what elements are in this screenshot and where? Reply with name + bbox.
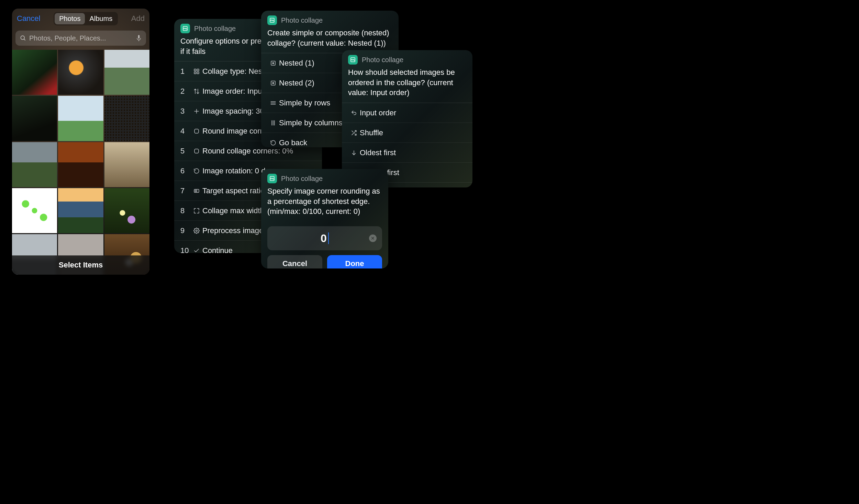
gear-icon — [191, 228, 202, 234]
plus-icon — [191, 108, 202, 114]
updown-icon — [191, 88, 202, 94]
row-number: 10 — [180, 246, 191, 253]
order-option-row[interactable]: Input order — [342, 103, 472, 123]
clear-input-icon[interactable]: ✕ — [369, 234, 377, 242]
microphone-icon[interactable] — [136, 34, 142, 42]
app-name-label: Photo collage — [281, 16, 323, 24]
rounding-value: 0 — [321, 232, 327, 245]
corner-rounding-panel: Photo collage Specify image corner round… — [261, 169, 388, 268]
svg-rect-14 — [195, 190, 197, 192]
row-label: Oldest first — [360, 148, 466, 157]
rounded-icon — [191, 128, 202, 134]
row-number: 9 — [180, 226, 191, 235]
cancel-button[interactable]: Cancel — [267, 255, 322, 268]
photo-thumb[interactable] — [104, 96, 149, 141]
shuffle-icon — [348, 130, 360, 136]
panel-prompt: Create simple or composite (nested) coll… — [261, 28, 399, 53]
photo-thumb[interactable] — [104, 188, 149, 233]
search-placeholder: Photos, People, Places... — [29, 34, 136, 42]
undo-icon — [348, 110, 360, 116]
svg-line-1 — [24, 39, 25, 41]
square-sel-icon — [267, 80, 279, 86]
square-sel-icon — [267, 60, 279, 66]
svg-rect-12 — [194, 149, 199, 153]
row-number: 5 — [180, 147, 191, 156]
photo-grid — [12, 50, 149, 275]
panel-prompt: Specify image corner rounding as a perce… — [261, 186, 388, 221]
photo-thumb[interactable] — [104, 142, 149, 187]
photo-thumb[interactable] — [12, 188, 57, 233]
app-name-label: Photo collage — [362, 56, 403, 64]
photo-thumb[interactable] — [58, 142, 103, 187]
cols-icon — [267, 120, 279, 126]
grid-icon — [191, 68, 202, 75]
row-number: 1 — [180, 67, 191, 76]
order-option-row[interactable]: Shuffle — [342, 123, 472, 142]
search-field[interactable]: Photos, People, Places... — [15, 31, 146, 46]
back-icon — [267, 140, 279, 146]
app-icon — [348, 55, 358, 65]
image-order-panel: Photo collage How should selected images… — [342, 50, 472, 187]
panel-title-row: Photo collage — [261, 169, 388, 186]
cancel-button[interactable]: Cancel — [17, 14, 40, 23]
row-label: Shuffle — [360, 128, 466, 137]
picker-header: Cancel Photos Albums Add — [12, 9, 149, 28]
app-name-label: Photo collage — [281, 175, 323, 183]
photo-thumb[interactable] — [104, 50, 149, 95]
panel-prompt: How should selected images be ordered in… — [342, 67, 472, 103]
photo-thumb[interactable] — [12, 142, 57, 187]
rotate-icon — [191, 168, 202, 174]
order-option-row[interactable]: Oldest first — [342, 142, 472, 162]
rounded-icon — [191, 148, 202, 154]
photo-picker: Cancel Photos Albums Add Photos, People,… — [12, 9, 149, 275]
svg-rect-5 — [194, 69, 196, 71]
svg-rect-11 — [194, 129, 199, 133]
photo-thumb[interactable] — [12, 50, 57, 95]
segmented-control: Photos Albums — [54, 12, 118, 25]
photo-thumb[interactable] — [12, 96, 57, 141]
svg-point-0 — [21, 36, 24, 39]
row-number: 3 — [180, 107, 191, 116]
photo-thumb[interactable] — [58, 188, 103, 233]
rounding-input[interactable]: 0 ✕ — [267, 226, 382, 250]
app-icon — [267, 174, 277, 183]
sortdown-icon — [348, 150, 360, 156]
panel-title-row: Photo collage — [261, 11, 399, 28]
row-label: Round collage corners: 0% — [202, 147, 316, 156]
button-row: Cancel Done — [261, 250, 388, 268]
row-number: 6 — [180, 167, 191, 175]
done-button[interactable]: Done — [327, 255, 382, 268]
photo-thumb[interactable] — [58, 96, 103, 141]
svg-point-15 — [196, 230, 198, 232]
svg-rect-20 — [272, 82, 274, 84]
svg-line-30 — [352, 131, 353, 132]
svg-rect-7 — [194, 72, 196, 73]
row-number: 4 — [180, 127, 191, 136]
row-number: 2 — [180, 87, 191, 96]
app-name-label: Photo collage — [194, 25, 236, 33]
row-number: 7 — [180, 186, 191, 195]
photo-thumb[interactable] — [58, 50, 103, 95]
add-button[interactable]: Add — [131, 14, 145, 23]
app-icon — [180, 24, 190, 33]
aspect-icon — [191, 188, 202, 194]
svg-rect-8 — [197, 72, 199, 73]
panel-title-row: Photo collage — [342, 50, 472, 67]
check-icon — [191, 248, 202, 253]
svg-rect-6 — [197, 69, 199, 71]
svg-rect-18 — [272, 62, 274, 64]
row-number: 8 — [180, 206, 191, 215]
segment-albums[interactable]: Albums — [85, 13, 117, 24]
app-icon — [267, 15, 277, 25]
text-cursor — [328, 232, 329, 244]
segment-photos[interactable]: Photos — [55, 13, 85, 24]
search-icon — [20, 35, 26, 42]
rows-icon — [267, 100, 279, 106]
select-items-button[interactable]: Select Items — [12, 255, 149, 275]
row-label: Input order — [360, 108, 466, 117]
expand-icon — [191, 208, 202, 214]
svg-rect-2 — [138, 35, 140, 39]
